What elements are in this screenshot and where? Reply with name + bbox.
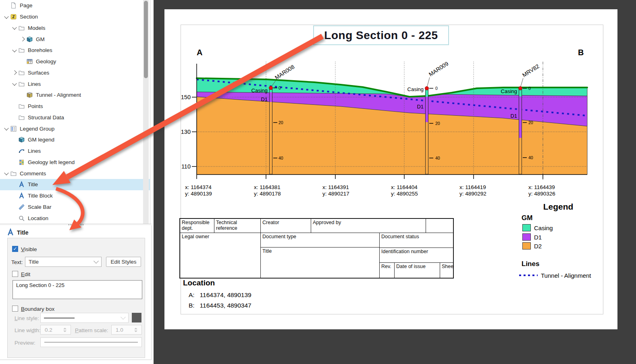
chevron-down-icon[interactable] [11,47,18,54]
section-title-box[interactable]: Long Section 0 - 225 [313,25,449,45]
svg-text:0: 0 [279,85,281,90]
line-width-value: 0.2 [45,327,52,333]
svg-text:x: 1164381: x: 1164381 [254,184,281,190]
boundary-box-checkbox[interactable] [12,306,18,312]
tree-item-label: Points [28,103,43,109]
cross-section-plot: 150 130 110 0 20 40 MAR008 Casing D1 [177,60,588,198]
section-start-label: A [197,48,202,57]
svg-text:y: 4890178: y: 4890178 [254,191,281,197]
chevron-down-icon[interactable] [11,81,18,87]
folder-icon [18,25,25,31]
svg-text:150: 150 [181,94,191,100]
text-dropdown[interactable]: Title [25,257,102,267]
tree-item-surfaces[interactable]: Surfaces [0,67,150,79]
title-text-area[interactable]: Long Section 0 - 225 [12,280,142,299]
chevron-right-icon[interactable] [19,36,26,42]
svg-text:Casing: Casing [501,88,517,94]
model-cube-icon [18,136,25,143]
tree-item-gm-legend[interactable]: GM legend [0,134,150,146]
folder-icon [18,81,25,87]
section-icon [10,13,17,20]
text-label: Text: [11,259,23,265]
tree-item-boreholes[interactable]: Boreholes [0,45,150,56]
tree-item-legend-group[interactable]: Legend Group [0,123,150,134]
tree-item-points[interactable]: Points [0,101,150,112]
tree-item-label: Page [20,2,33,8]
svg-text:x: 1164419: x: 1164419 [459,184,486,190]
chevron-down-icon[interactable] [3,14,10,20]
tree-item-label: Scale Bar [28,204,52,210]
tree-item-location[interactable]: Location [0,212,150,224]
table-cell: Legal owner [180,233,261,278]
legend-item-casing: Casing [522,224,553,232]
tree-item-label: GM legend [28,137,54,143]
borehole-name: MAR008 [274,63,296,81]
casing-swatch [522,224,531,231]
tree-item-geology-left-legend[interactable]: Geology left legend [0,157,150,168]
svg-text:x: 1164439: x: 1164439 [528,184,555,190]
line-style-dropdown [40,313,129,323]
svg-text:Casing: Casing [251,87,268,94]
svg-text:20: 20 [279,120,283,125]
station-labels: x: 1164374y: 4890139 x: 1164381y: 489017… [185,184,555,197]
edit-styles-button[interactable]: Edit Styles [106,257,141,267]
tree-item-label: Lines [28,81,41,87]
svg-text:40: 40 [435,156,440,160]
tree-item-comments[interactable]: Comments [0,168,150,179]
folder-icon [10,170,17,177]
chevron-down-icon[interactable] [3,125,10,132]
svg-text:110: 110 [181,163,191,170]
svg-text:D1: D1 [510,113,517,119]
tree-item-label: Section [20,14,38,20]
tree-item-gm[interactable]: GM [0,33,150,45]
location-heading: Location [183,279,215,287]
tree-item-geology[interactable]: Geology [0,56,150,67]
legend-item-tunnel: Tunnel - Alignment [519,271,591,279]
svg-text:D1: D1 [417,104,424,110]
table-cell: Title [261,248,380,278]
line-style-sample [44,318,75,318]
line-color-swatch [132,313,141,322]
tree-item-label: Boreholes [28,47,52,53]
table-cell [426,219,453,233]
tree-item-tunnel-alignment[interactable]: Tunnel - Alignment [0,89,150,101]
tree-item-label: Legend Group [20,126,54,132]
chevron-down-icon[interactable] [3,170,10,177]
table-cell: Approved by [311,219,426,233]
title-block-table[interactable]: Responsible dept. Technical reference Cr… [179,218,454,279]
chevron-down-icon[interactable] [11,25,18,31]
svg-text:y: 4890139: y: 4890139 [185,191,212,197]
table-cell: Creator [261,219,311,233]
visible-checkbox[interactable]: ✓ [12,246,18,252]
borehole-name: MRV82 [521,63,540,79]
tree-item-structural-data[interactable]: Structural Data [0,112,150,123]
tree-item-label: Title [28,181,38,187]
pattern-scale-value: 1.0 [116,327,123,333]
section-end-label: B [578,48,584,57]
tree-scrollbar[interactable] [143,0,149,224]
legend-list-icon [10,125,17,132]
tree-item-models[interactable]: Models [0,23,150,34]
tree-item-title[interactable]: Title [0,179,150,190]
tree-item-lines-folder[interactable]: Lines [0,78,150,89]
tree-item-title-block[interactable]: Title Block [0,190,150,202]
tree-item-section[interactable]: Section [0,11,150,23]
table-icon [26,58,33,65]
layout-page[interactable]: Long Section 0 - 225 A B [164,9,617,329]
section-title: Long Section 0 - 225 [324,29,438,42]
chevron-right-icon[interactable] [11,69,18,76]
svg-text:x: 1164404: x: 1164404 [391,184,418,190]
tree-item-lines-legend[interactable]: Lines [0,146,150,157]
legend-lines-heading: Lines [522,260,539,268]
tree-item-page[interactable]: Page [0,0,150,11]
edit-checkbox[interactable] [12,271,18,277]
table-cell: Technical reference [214,219,261,233]
legend-item-d1: D1 [522,233,542,241]
location-a: A: 1164374, 4890139 [189,291,251,299]
chevron-down-icon [94,258,99,264]
svg-text:40: 40 [528,155,533,160]
page-icon [10,2,17,9]
tree-scrollbar-thumb[interactable] [144,1,148,78]
tree-item-scale-bar[interactable]: Scale Bar [0,202,150,213]
scale-bar-icon [18,204,25,210]
